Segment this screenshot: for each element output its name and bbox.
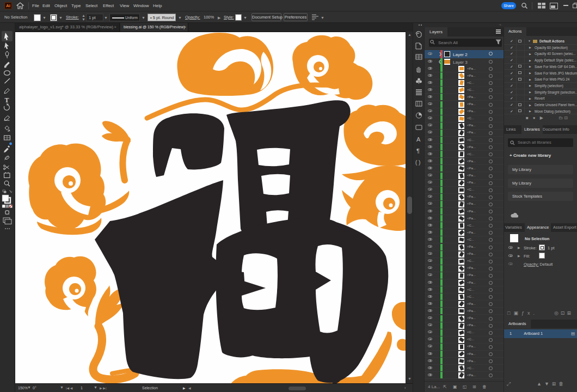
svg-text:T: T [5,96,9,104]
svg-text:¶: ¶ [416,148,420,154]
svg-text:( ): ( ) [415,160,420,166]
svg-text:A: A [416,136,421,143]
